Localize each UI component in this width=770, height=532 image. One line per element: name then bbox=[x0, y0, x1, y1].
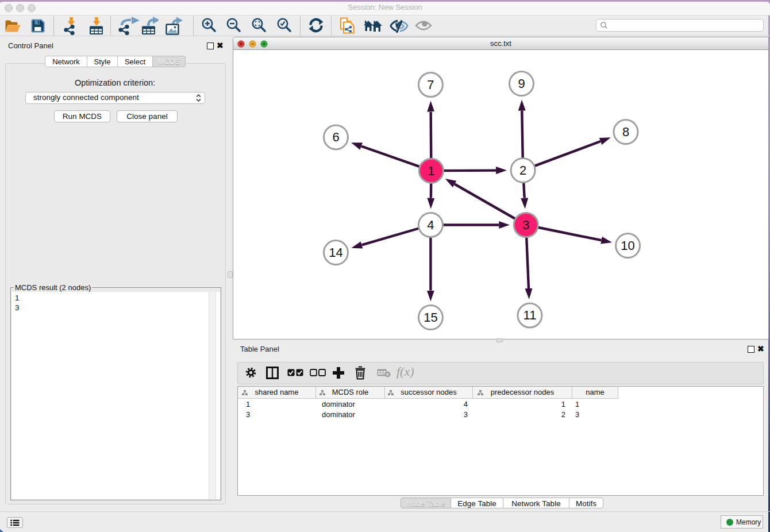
svg-text:2: 2 bbox=[519, 163, 526, 178]
svg-text:7: 7 bbox=[427, 78, 434, 92]
svg-text:9: 9 bbox=[518, 76, 525, 91]
svg-text:11: 11 bbox=[523, 308, 537, 322]
svg-text:10: 10 bbox=[621, 238, 634, 253]
svg-text:6: 6 bbox=[332, 130, 339, 144]
svg-text:8: 8 bbox=[622, 125, 629, 139]
svg-text:4: 4 bbox=[427, 218, 434, 232]
svg-text:15: 15 bbox=[424, 310, 437, 325]
svg-text:3: 3 bbox=[522, 218, 529, 232]
svg-text:14: 14 bbox=[329, 245, 342, 260]
svg-text:1: 1 bbox=[428, 164, 434, 178]
